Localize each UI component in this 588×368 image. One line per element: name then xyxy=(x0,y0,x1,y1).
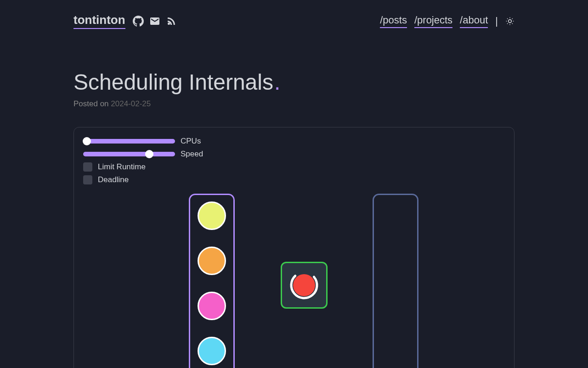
cpus-slider[interactable] xyxy=(83,139,175,144)
done-queue xyxy=(373,194,418,368)
svg-point-1 xyxy=(289,270,319,300)
nav-posts-link[interactable]: /posts xyxy=(380,14,407,28)
theme-toggle[interactable] xyxy=(505,17,514,26)
task-ball-yellow xyxy=(198,201,226,230)
post-title: Scheduling Internals. xyxy=(74,69,514,95)
nav-about-link[interactable]: /about xyxy=(460,14,488,28)
task-ball-cyan xyxy=(198,337,226,365)
post-date: 2024-02-25 xyxy=(111,99,151,108)
speed-slider-thumb[interactable] xyxy=(145,150,153,158)
github-icon[interactable] xyxy=(133,16,144,27)
task-ball-orange xyxy=(198,247,226,275)
email-icon[interactable] xyxy=(149,16,160,27)
scheduler-simulator: CPUs Speed Limit Runtime Deadline xyxy=(74,127,514,368)
nav-divider: | xyxy=(495,15,498,27)
speed-slider[interactable] xyxy=(83,152,175,156)
rss-icon[interactable] xyxy=(166,16,177,27)
cpus-label: CPUs xyxy=(181,137,201,146)
post-meta: Posted on 2024-02-25 xyxy=(74,99,514,109)
cpus-slider-thumb[interactable] xyxy=(83,137,91,145)
deadline-label: Deadline xyxy=(98,175,129,184)
task-ball-pink xyxy=(198,292,226,320)
ready-queue xyxy=(189,194,235,368)
site-title-link[interactable]: tontinton xyxy=(74,13,125,29)
limit-runtime-label: Limit Runtime xyxy=(98,162,146,172)
cpu-spinner-icon xyxy=(289,270,319,300)
svg-point-0 xyxy=(509,19,512,23)
cpu-box xyxy=(281,262,328,309)
limit-runtime-checkbox[interactable] xyxy=(83,162,92,172)
deadline-checkbox[interactable] xyxy=(83,175,92,184)
nav-projects-link[interactable]: /projects xyxy=(414,14,452,28)
speed-label: Speed xyxy=(181,150,203,159)
